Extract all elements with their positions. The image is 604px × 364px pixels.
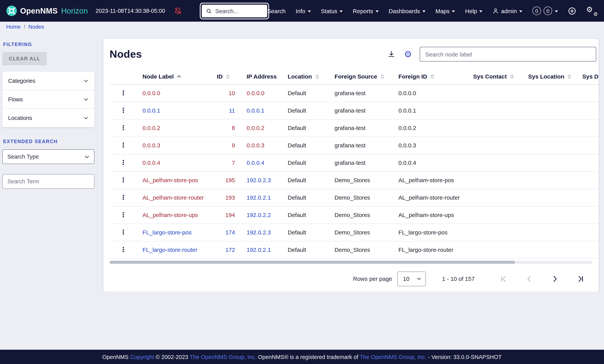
chevron-down-icon xyxy=(340,10,343,12)
node-ip-link[interactable]: 0.0.0.4 xyxy=(247,159,264,166)
column-header-foreign-id[interactable]: Foreign ID xyxy=(398,69,473,84)
node-ip-link[interactable]: 192.0.2.2 xyxy=(247,212,271,218)
cell-foreign-id: FL_largo-store-router xyxy=(398,241,473,258)
nav-item-maps[interactable]: Maps xyxy=(435,8,455,14)
column-header-sys-location[interactable]: Sys Location xyxy=(528,69,582,84)
nodes-table-wrap: Node LabelIDIP AddressLocationForeign So… xyxy=(110,69,599,259)
row-actions-menu-icon[interactable]: ⋮ xyxy=(120,124,126,132)
row-actions-menu-icon[interactable]: ⋮ xyxy=(120,194,126,201)
node-label-link[interactable]: 0.0.0.4 xyxy=(142,159,160,166)
nav-item-info[interactable]: Info xyxy=(296,8,311,14)
clear-all-button[interactable]: CLEAR ALL xyxy=(2,52,47,65)
nav-item-reports[interactable]: Reports xyxy=(353,8,378,14)
node-label-link[interactable]: AL_pelham-store-ups xyxy=(142,212,198,218)
node-label-link[interactable]: AL_pelham-store-router xyxy=(142,194,204,201)
search-type-select[interactable]: Search Type xyxy=(2,149,94,164)
nav-item-help[interactable]: Help xyxy=(465,8,483,14)
node-ip-link[interactable]: 0.0.0.3 xyxy=(247,142,264,148)
cell-location: Default xyxy=(288,241,335,258)
search-term-input[interactable] xyxy=(2,174,94,189)
global-search-input[interactable] xyxy=(215,8,263,14)
scrollbar-thumb[interactable] xyxy=(110,261,515,264)
node-id-link[interactable]: 195 xyxy=(225,177,235,183)
node-label-link[interactable]: FL_largo-store-pos xyxy=(142,229,191,236)
column-header-id[interactable]: ID xyxy=(217,69,247,84)
column-header-node-label[interactable]: Node Label xyxy=(142,69,217,84)
node-id-link[interactable]: 172 xyxy=(225,246,235,253)
cell-location: Default xyxy=(288,102,335,119)
node-ip-link[interactable]: 0.0.0.2 xyxy=(247,124,264,131)
last-page-button[interactable] xyxy=(576,274,585,283)
column-header-sys-d[interactable]: Sys D xyxy=(582,69,599,84)
node-ip-link[interactable]: 192.0.2.3 xyxy=(247,177,271,183)
filter-accordion-locations[interactable]: Locations xyxy=(2,109,94,127)
node-id-link[interactable]: 194 xyxy=(225,212,235,218)
row-actions-menu-icon[interactable]: ⋮ xyxy=(120,228,126,236)
row-actions-menu-icon[interactable]: ⋮ xyxy=(120,176,126,184)
cell-foreign-id: AL_pelham-store-router xyxy=(398,189,473,206)
content: FILTERING CLEAR ALL CategoriesFlowsLocat… xyxy=(0,32,604,350)
breadcrumb-home[interactable]: Home xyxy=(6,24,21,30)
breadcrumb-current[interactable]: Nodes xyxy=(28,24,44,30)
export-download-icon[interactable] xyxy=(388,50,395,58)
node-label-link[interactable]: 0.0.0.2 xyxy=(142,124,160,131)
rows-per-page-select[interactable]: 10 xyxy=(397,271,426,286)
row-actions-menu-icon[interactable]: ⋮ xyxy=(120,211,126,218)
chevron-down-icon xyxy=(83,115,89,121)
row-actions-menu-icon[interactable]: ⋮ xyxy=(120,141,126,149)
cell-sys-location xyxy=(528,241,582,258)
row-actions-menu-icon[interactable]: ⋮ xyxy=(120,89,126,97)
node-id-link[interactable]: 174 xyxy=(225,229,235,236)
node-id-link[interactable]: 193 xyxy=(225,194,235,201)
cell-foreign-id: 0.0.0.3 xyxy=(398,136,473,154)
notifications-off-icon[interactable] xyxy=(175,7,182,14)
row-actions-menu-icon[interactable]: ⋮ xyxy=(120,106,126,114)
node-label-link[interactable]: AL_pelham-store-pos xyxy=(142,177,198,183)
filter-accordion-flows[interactable]: Flows xyxy=(2,90,94,109)
next-page-button[interactable] xyxy=(551,274,559,283)
notification-badges[interactable]: 00 xyxy=(532,7,558,15)
node-label-link[interactable]: 0.0.0.1 xyxy=(142,107,160,114)
node-id-link[interactable]: 7 xyxy=(232,159,235,166)
node-id-link[interactable]: 8 xyxy=(232,124,235,131)
column-header-location[interactable]: Location xyxy=(288,69,335,84)
notification-count-badge[interactable]: 0 xyxy=(532,7,541,15)
first-page-button[interactable] xyxy=(500,274,508,283)
node-ip-link[interactable]: 0.0.0.0 xyxy=(247,90,264,96)
node-label-search-input[interactable] xyxy=(420,47,596,61)
table-settings-gear-icon[interactable]: ⚙ xyxy=(404,50,412,59)
nav-item-admin[interactable]: admin xyxy=(492,8,522,14)
cell-location: Default xyxy=(288,119,335,136)
node-ip-link[interactable]: 192.0.2.3 xyxy=(247,229,271,236)
filter-accordion-categories[interactable]: Categories xyxy=(2,72,94,90)
nav-item-status[interactable]: Status xyxy=(321,8,343,14)
node-id-link[interactable]: 9 xyxy=(232,142,235,148)
footer-link[interactable]: The OpenNMS Group, Inc. xyxy=(190,354,256,360)
cell-foreign-source: grafana-test xyxy=(335,136,398,154)
node-id-link[interactable]: 11 xyxy=(229,107,235,114)
footer-link[interactable]: Copyright xyxy=(130,354,154,360)
cell-sys-location xyxy=(528,102,582,119)
chevron-down-icon xyxy=(308,10,311,12)
nav-item-dashboards[interactable]: Dashboards xyxy=(389,8,425,14)
previous-page-button[interactable] xyxy=(525,274,534,283)
column-header-foreign-source[interactable]: Foreign Source xyxy=(335,69,398,84)
quick-add-icon[interactable] xyxy=(568,7,576,15)
node-ip-link[interactable]: 192.0.2.1 xyxy=(247,194,271,201)
node-ip-link[interactable]: 0.0.0.1 xyxy=(247,107,264,114)
top-navbar: OpenNMS Horizon 2023-11-08T14:30:38-05:0… xyxy=(0,0,604,22)
node-ip-link[interactable]: 192.0.2.1 xyxy=(247,246,271,253)
node-id-link[interactable]: 10 xyxy=(229,90,235,96)
node-label-link[interactable]: 0.0.0.3 xyxy=(142,142,160,148)
brand[interactable]: OpenNMS Horizon xyxy=(6,5,88,16)
nav-item-search[interactable]: Search xyxy=(267,8,286,14)
chevron-down-icon xyxy=(519,10,522,12)
column-header-sys-contact[interactable]: Sys Contact xyxy=(473,69,528,84)
row-actions-menu-icon[interactable]: ⋮ xyxy=(120,246,126,253)
admin-gears-icon[interactable]: ⚙⚙ xyxy=(586,6,598,16)
node-label-link[interactable]: 0.0.0.0 xyxy=(142,90,160,96)
row-actions-menu-icon[interactable]: ⋮ xyxy=(120,158,126,166)
notification-count-badge[interactable]: 0 xyxy=(544,7,552,15)
node-label-link[interactable]: FL_largo-store-router xyxy=(142,246,197,253)
footer-link[interactable]: The OpenNMS Group, Inc. xyxy=(360,354,427,360)
